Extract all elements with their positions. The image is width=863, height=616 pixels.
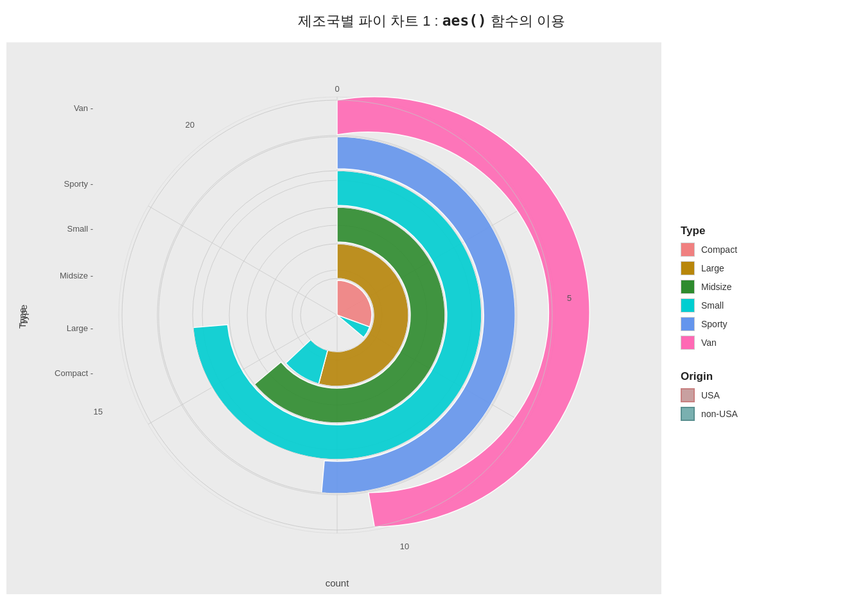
- legend-item-large: Large: [681, 261, 841, 275]
- svg-text:5: 5: [567, 293, 571, 303]
- legend-label-small: Small: [701, 300, 724, 311]
- legend-label-sporty: Sporty: [701, 319, 727, 329]
- plot-container: Type: [6, 42, 661, 594]
- legend-color-midsize: [681, 280, 695, 294]
- chart-area: Type: [0, 36, 863, 601]
- chart-svg: 0 5 10 15 20 Van - Sporty - Small - Mids…: [6, 42, 661, 594]
- legend-origin-title: Origin: [681, 370, 841, 383]
- legend-color-van: [681, 336, 695, 350]
- small-label: Small -: [67, 224, 93, 234]
- large-label: Large -: [67, 323, 93, 333]
- legend-item-sporty: Sporty: [681, 317, 841, 331]
- legend-color-large: [681, 261, 695, 275]
- legend-label-large: Large: [701, 263, 724, 273]
- x-axis-title: count: [326, 578, 350, 588]
- sporty-label: Sporty -: [64, 179, 93, 189]
- legend-color-sporty: [681, 317, 695, 331]
- svg-text:0: 0: [335, 84, 339, 94]
- legend-item-compact: Compact: [681, 243, 841, 257]
- compact-label: Compact -: [55, 368, 93, 378]
- legend-item-nonusa: non-USA: [681, 407, 841, 421]
- legend-color-small: [681, 298, 695, 312]
- legend-type-title: Type: [681, 225, 841, 237]
- svg-text:15: 15: [94, 407, 103, 416]
- legend-color-nonusa: [681, 407, 695, 421]
- legend-item-small: Small: [681, 298, 841, 312]
- legend-label-compact: Compact: [701, 244, 737, 255]
- legend-label-usa: USA: [701, 390, 720, 400]
- legend-item-van: Van: [681, 336, 841, 350]
- legend-color-usa: [681, 388, 695, 402]
- legend-label-nonusa: non-USA: [701, 409, 738, 419]
- y-axis-label: Type: [17, 308, 28, 329]
- legend-color-compact: [681, 243, 695, 257]
- legend: Type Compact Large Midsize Small Sporty …: [661, 205, 848, 432]
- legend-item-usa: USA: [681, 388, 841, 402]
- van-label: Van -: [74, 103, 93, 113]
- legend-item-midsize: Midsize: [681, 280, 841, 294]
- svg-text:20: 20: [186, 120, 195, 130]
- midsize-label: Midsize -: [60, 271, 93, 280]
- chart-title: 제조국별 파이 차트 1 : aes() 함수의 이용: [298, 12, 565, 31]
- legend-label-van: Van: [701, 338, 717, 348]
- svg-text:10: 10: [400, 542, 409, 551]
- legend-label-midsize: Midsize: [701, 282, 731, 292]
